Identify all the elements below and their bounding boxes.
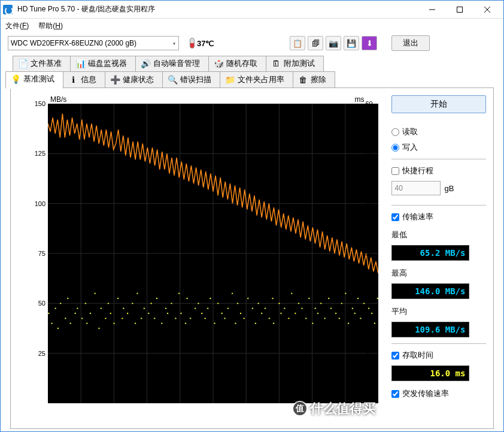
tab-label: 健康状态 — [123, 74, 154, 85]
svg-point-113 — [360, 318, 361, 319]
tab-icon: 🗓 — [271, 59, 281, 68]
svg-point-110 — [352, 307, 353, 309]
watermark-icon: 值 — [292, 401, 308, 416]
svg-point-103 — [328, 298, 329, 299]
options-icon[interactable]: ⬇ — [362, 36, 377, 50]
svg-point-40 — [117, 298, 119, 299]
minimize-button[interactable] — [418, 1, 446, 19]
min-value: 65.2 MB/s — [391, 245, 469, 261]
svg-point-36 — [105, 318, 106, 319]
svg-point-105 — [335, 313, 336, 314]
y-tick-left: 150 — [22, 100, 45, 107]
tab-icon: 📄 — [18, 59, 28, 68]
tab-label: 信息 — [81, 74, 96, 85]
temperature: 37℃ — [190, 38, 214, 49]
svg-point-26 — [69, 322, 71, 324]
short-stroke-value[interactable] — [391, 181, 441, 195]
svg-point-42 — [123, 307, 124, 309]
y-axis-left-label: MB/s — [50, 95, 66, 104]
menu-help[interactable]: 帮助(H) — [38, 21, 63, 31]
avg-label: 平均 — [391, 306, 486, 317]
svg-point-84 — [265, 307, 266, 309]
svg-point-53 — [161, 322, 162, 324]
tab-label: 错误扫描 — [180, 74, 211, 85]
max-value: 146.0 MB/s — [391, 283, 469, 299]
short-stroke-check[interactable]: 快捷行程 — [391, 165, 486, 176]
tab-文件夹占用率[interactable]: 📁文件夹占用率 — [220, 71, 293, 87]
tab-附加测试[interactable]: 🗓附加测试 — [266, 56, 324, 71]
write-radio[interactable]: 写入 — [391, 142, 486, 153]
copy-screenshot-icon[interactable]: 🗐 — [308, 36, 323, 50]
write-label: 写入 — [402, 142, 418, 153]
access-time-check[interactable]: 存取时间 — [391, 350, 486, 361]
tab-错误扫描[interactable]: 🔍错误扫描 — [162, 71, 220, 87]
toolbar-icons: 📋 🗐 📷 💾 ⬇ — [290, 36, 377, 50]
copy-info-icon[interactable]: 📋 — [290, 36, 305, 50]
tab-icon: 🔊 — [141, 59, 150, 68]
transfer-rate-label: 传输速率 — [402, 212, 433, 222]
svg-point-79 — [247, 298, 248, 299]
exit-button[interactable]: 退出 — [391, 35, 430, 51]
svg-point-73 — [227, 307, 229, 309]
menu-file[interactable]: 文件(F) — [5, 21, 29, 31]
tab-label: 自动噪音管理 — [153, 58, 200, 69]
close-button[interactable] — [473, 1, 501, 19]
svg-point-91 — [288, 318, 289, 319]
tab-信息[interactable]: ℹ信息 — [63, 71, 105, 87]
max-label: 最高 — [391, 268, 486, 279]
read-radio[interactable]: 读取 — [391, 126, 486, 137]
tab-健康状态[interactable]: ➕健康状态 — [105, 71, 163, 87]
tab-擦除[interactable]: 🗑擦除 — [293, 71, 335, 87]
svg-point-107 — [341, 303, 342, 304]
tab-content: MB/s ms 255075100125150 102030405060 值 什… — [10, 87, 494, 429]
save-icon[interactable]: 💾 — [344, 36, 359, 50]
svg-point-66 — [205, 318, 206, 319]
svg-point-106 — [339, 318, 340, 319]
read-label: 读取 — [402, 126, 418, 137]
svg-point-76 — [237, 303, 238, 304]
short-stroke-unit: gB — [444, 184, 454, 193]
svg-point-95 — [301, 307, 302, 309]
y-tick-right: 40 — [365, 200, 383, 207]
svg-rect-1 — [457, 7, 463, 12]
tab-自动噪音管理[interactable]: 🔊自动噪音管理 — [135, 56, 209, 71]
svg-point-80 — [252, 307, 253, 309]
tab-label: 基准测试 — [23, 74, 54, 84]
svg-point-114 — [363, 303, 365, 304]
access-time-value: 16.0 ms — [391, 365, 469, 381]
tab-文件基准[interactable]: 📄文件基准 — [13, 56, 71, 71]
svg-point-69 — [214, 322, 215, 324]
y-tick-left: 50 — [22, 300, 45, 307]
drive-select[interactable]: WDC WD20EFRX-68EUZN0 (2000 gB) — [8, 36, 179, 50]
svg-point-55 — [167, 313, 168, 314]
tab-基准测试[interactable]: 💡基准测试 — [5, 71, 63, 89]
svg-point-44 — [132, 303, 133, 304]
burst-check[interactable]: 突发传输速率 — [391, 388, 486, 399]
svg-point-34 — [98, 328, 99, 329]
svg-point-116 — [371, 313, 372, 314]
maximize-button[interactable] — [446, 1, 473, 19]
svg-point-102 — [324, 318, 326, 319]
svg-point-45 — [135, 322, 136, 324]
svg-point-71 — [221, 313, 223, 314]
y-tick-left: 75 — [22, 250, 45, 257]
screenshot-icon[interactable]: 📷 — [326, 36, 341, 50]
tab-label: 磁盘监视器 — [88, 58, 127, 69]
tab-随机存取[interactable]: 🎲随机存取 — [208, 56, 266, 71]
svg-point-23 — [60, 303, 61, 304]
tab-icon: 📊 — [75, 59, 85, 68]
svg-point-87 — [273, 322, 274, 324]
svg-point-28 — [77, 307, 78, 309]
svg-point-82 — [257, 303, 259, 304]
transfer-rate-check[interactable]: 传输速率 — [391, 212, 486, 222]
tab-磁盘监视器[interactable]: 📊磁盘监视器 — [70, 56, 136, 71]
toolbar: WDC WD20EFRX-68EUZN0 (2000 gB) 37℃ 📋 🗐 📷… — [1, 33, 503, 53]
svg-point-111 — [354, 313, 356, 314]
svg-point-83 — [261, 313, 262, 314]
watermark: 值 什么值得买 — [292, 400, 376, 418]
menubar: 文件(F) 帮助(H) — [1, 19, 503, 33]
svg-point-96 — [305, 318, 306, 319]
start-button[interactable]: 开始 — [391, 95, 486, 113]
y-tick-right: 20 — [365, 300, 383, 307]
chart-canvas — [48, 104, 378, 403]
